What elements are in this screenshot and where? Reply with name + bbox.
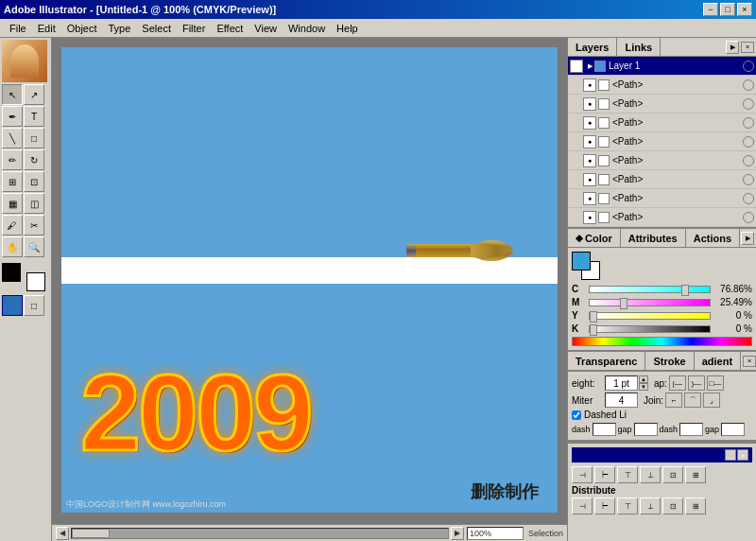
direct-selection-tool[interactable]: ↗ bbox=[24, 84, 44, 105]
tab-attributes[interactable]: Attributes bbox=[621, 229, 686, 247]
menu-object[interactable]: Object bbox=[61, 21, 103, 36]
maximize-button[interactable]: □ bbox=[720, 3, 735, 16]
dist-btn-11[interactable]: ⊡ bbox=[662, 497, 683, 515]
canvas-document[interactable]: 2009 bbox=[61, 47, 558, 513]
layer-row-path-5[interactable]: ● <Path> bbox=[568, 151, 756, 170]
layer-visibility-path-7[interactable]: ● bbox=[583, 192, 596, 205]
tab-stroke[interactable]: Stroke bbox=[645, 352, 694, 370]
cap-square[interactable]: □— bbox=[707, 375, 724, 391]
eyedropper-tool[interactable]: 🖋 bbox=[2, 215, 23, 236]
close-button[interactable]: × bbox=[737, 3, 752, 16]
gap-input-1[interactable] bbox=[634, 423, 658, 436]
dist-btn-1[interactable]: ⊣ bbox=[572, 466, 593, 483]
layer-target-path-3[interactable] bbox=[743, 117, 754, 129]
rect-tool[interactable]: □ bbox=[24, 128, 44, 148]
rotate-tool[interactable]: ↻ bbox=[24, 149, 44, 170]
layer-row-path-3[interactable]: ● <Path> bbox=[568, 113, 756, 132]
menu-help[interactable]: Help bbox=[331, 21, 364, 36]
cap-round[interactable]: )— bbox=[688, 375, 705, 391]
layer-target-path-7[interactable] bbox=[743, 193, 754, 204]
layer-row-path-8[interactable]: ● <Path> bbox=[568, 208, 756, 227]
canvas-area[interactable]: 2009 bbox=[52, 38, 567, 541]
color-fill-swatch[interactable] bbox=[572, 252, 591, 270]
dist-btn-2[interactable]: ⊢ bbox=[594, 466, 615, 483]
menu-file[interactable]: File bbox=[4, 21, 32, 36]
dist-btn-4[interactable]: ⊥ bbox=[640, 466, 661, 483]
column-graph-tool[interactable]: ▦ bbox=[2, 193, 23, 214]
m-slider-thumb[interactable] bbox=[620, 298, 627, 309]
layer-target-path-4[interactable] bbox=[743, 136, 754, 148]
panel-close-btn[interactable]: × bbox=[741, 42, 754, 53]
layer-row-path-7[interactable]: ● <Path> bbox=[568, 189, 756, 208]
dashed-checkbox[interactable] bbox=[572, 410, 581, 420]
dash-input-2[interactable] bbox=[679, 423, 703, 436]
fill-color[interactable] bbox=[2, 263, 21, 282]
line-tool[interactable]: ╲ bbox=[2, 128, 23, 148]
menu-view[interactable]: View bbox=[249, 21, 283, 36]
tab-gradient[interactable]: adient bbox=[695, 352, 741, 370]
y-slider-thumb[interactable] bbox=[590, 311, 597, 323]
layer-visibility-path-6[interactable]: ● bbox=[583, 173, 596, 186]
layer-row-path-1[interactable]: ● <Path> bbox=[568, 76, 756, 95]
layer-visibility-path-3[interactable]: ● bbox=[583, 116, 596, 130]
tab-links[interactable]: Links bbox=[617, 38, 661, 56]
layer-row-1[interactable]: 👁 ▶ Layer 1 bbox=[568, 57, 756, 76]
layer-target-1[interactable] bbox=[743, 61, 754, 72]
selection-tool[interactable]: ↖ bbox=[2, 84, 23, 105]
panel-minimize-btn[interactable]: _ bbox=[725, 449, 736, 461]
scissors-tool[interactable]: ✂ bbox=[24, 215, 44, 236]
layer-target-path-1[interactable] bbox=[743, 79, 754, 91]
layer-visibility-path-1[interactable]: ● bbox=[583, 79, 596, 92]
screen-mode-1[interactable] bbox=[2, 295, 23, 316]
layer-target-path-8[interactable] bbox=[743, 212, 754, 223]
layer-visibility-path-2[interactable]: ● bbox=[583, 97, 596, 111]
pen-tool[interactable]: ✒ bbox=[2, 106, 23, 127]
layer-visibility-path-4[interactable]: ● bbox=[583, 135, 596, 148]
gap-input-2[interactable] bbox=[721, 423, 745, 436]
dist-btn-8[interactable]: ⊢ bbox=[594, 497, 615, 515]
minimize-button[interactable]: − bbox=[703, 3, 718, 16]
stroke-panel-close-btn[interactable]: × bbox=[743, 356, 756, 367]
panel-close-btn-2[interactable]: × bbox=[737, 449, 748, 461]
scale-tool[interactable]: ⊞ bbox=[2, 171, 23, 192]
c-slider-thumb[interactable] bbox=[681, 285, 689, 296]
panel-menu-btn[interactable]: ▶ bbox=[726, 41, 739, 54]
gradient-tool[interactable]: ◫ bbox=[24, 193, 44, 214]
color-panel-menu-btn[interactable]: ▶ bbox=[741, 232, 754, 245]
cap-butt[interactable]: |— bbox=[669, 375, 686, 391]
layer-visibility-path-5[interactable]: ● bbox=[583, 154, 596, 167]
menu-select[interactable]: Select bbox=[136, 21, 177, 36]
dist-btn-5[interactable]: ⊡ bbox=[662, 466, 683, 483]
join-miter[interactable]: ⌐ bbox=[665, 393, 682, 408]
menu-effect[interactable]: Effect bbox=[211, 21, 249, 36]
weight-down-btn[interactable]: ▼ bbox=[639, 383, 648, 391]
color-selector[interactable] bbox=[2, 263, 45, 291]
menu-filter[interactable]: Filter bbox=[177, 21, 211, 36]
scroll-left-btn[interactable]: ◀ bbox=[56, 527, 69, 540]
dist-btn-10[interactable]: ⊥ bbox=[640, 497, 661, 515]
menu-type[interactable]: Type bbox=[103, 21, 137, 36]
tab-layers[interactable]: Layers bbox=[568, 38, 617, 56]
menu-edit[interactable]: Edit bbox=[32, 21, 61, 36]
k-slider-thumb[interactable] bbox=[590, 324, 597, 336]
weight-input[interactable] bbox=[605, 375, 638, 391]
weight-up-btn[interactable]: ▲ bbox=[639, 375, 648, 383]
layer-visibility-1[interactable]: 👁 bbox=[570, 60, 583, 73]
join-bevel[interactable]: ⌟ bbox=[703, 393, 720, 408]
dist-btn-7[interactable]: ⊣ bbox=[572, 497, 593, 515]
dist-btn-9[interactable]: ⊤ bbox=[617, 497, 638, 515]
dist-btn-12[interactable]: ⊞ bbox=[685, 497, 706, 515]
layer-row-path-2[interactable]: ● <Path> bbox=[568, 95, 756, 113]
dash-input-1[interactable] bbox=[593, 423, 616, 436]
join-round[interactable]: ⌒ bbox=[684, 393, 701, 408]
scroll-thumb-h[interactable] bbox=[72, 529, 110, 538]
dist-btn-6[interactable]: ⊞ bbox=[685, 466, 706, 483]
scroll-track-h[interactable] bbox=[71, 528, 449, 539]
stroke-color[interactable] bbox=[26, 272, 45, 291]
layer-row-path-6[interactable]: ● <Path> bbox=[568, 170, 756, 189]
screen-mode-2[interactable]: □ bbox=[24, 295, 44, 316]
layer-target-path-5[interactable] bbox=[743, 155, 754, 166]
type-tool[interactable]: T bbox=[24, 106, 44, 127]
hand-tool[interactable]: ✋ bbox=[2, 236, 23, 257]
zoom-field[interactable]: 100% bbox=[467, 527, 524, 540]
